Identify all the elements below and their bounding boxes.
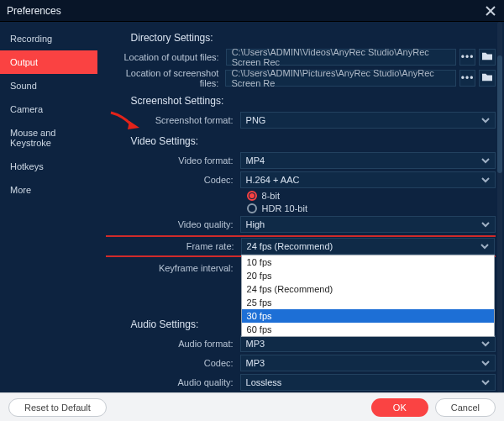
window-title: Preferences bbox=[7, 5, 484, 17]
audio-codec-select[interactable]: MP3 bbox=[240, 355, 496, 371]
ellipsis-icon: ••• bbox=[461, 73, 475, 83]
screenshot-path-label: Location of screenshot files: bbox=[106, 68, 226, 88]
frame-rate-option[interactable]: 30 fps bbox=[242, 309, 494, 323]
cancel-button[interactable]: Cancel bbox=[435, 398, 496, 417]
output-path-field[interactable]: C:\Users\ADMIN\Videos\AnyRec Studio\AnyR… bbox=[226, 49, 456, 66]
chevron-down-icon bbox=[481, 220, 490, 229]
sidebar: Recording Output Sound Camera Mouse and … bbox=[0, 22, 97, 392]
video-quality-select[interactable]: High bbox=[240, 216, 496, 233]
chevron-down-icon bbox=[481, 116, 490, 124]
sidebar-item-output[interactable]: Output bbox=[0, 50, 97, 74]
screenshot-path-open-folder-button[interactable] bbox=[479, 70, 496, 87]
keyframe-interval-label: Keyframe interval: bbox=[106, 263, 240, 273]
bit-depth-hdr-radio[interactable]: HDR 10-bit bbox=[247, 203, 496, 213]
audio-codec-label: Codec: bbox=[106, 358, 240, 368]
chevron-down-icon bbox=[481, 339, 490, 348]
folder-icon bbox=[481, 51, 493, 63]
frame-rate-select[interactable]: 24 fps (Recommend) bbox=[241, 238, 495, 255]
radio-off-icon bbox=[247, 203, 257, 213]
sidebar-item-mouse-keystroke[interactable]: Mouse and Keystroke bbox=[0, 121, 97, 155]
frame-rate-option[interactable]: 25 fps bbox=[242, 296, 494, 309]
chevron-down-icon bbox=[481, 378, 490, 387]
frame-rate-option[interactable]: 10 fps bbox=[242, 255, 494, 269]
output-path-browse-button[interactable]: ••• bbox=[459, 49, 476, 66]
frame-rate-dropdown: 10 fps 20 fps 24 fps (Recommend) 25 fps … bbox=[241, 255, 495, 337]
audio-format-label: Audio format: bbox=[106, 339, 240, 349]
section-title-video: Video Settings: bbox=[131, 135, 496, 147]
frame-rate-option[interactable]: 20 fps bbox=[242, 269, 494, 282]
reset-to-default-button[interactable]: Reset to Default bbox=[8, 398, 107, 417]
footer: Reset to Default OK Cancel bbox=[0, 392, 504, 421]
video-format-label: Video format: bbox=[106, 155, 240, 166]
section-title-screenshot: Screenshot Settings: bbox=[131, 95, 496, 107]
ellipsis-icon: ••• bbox=[461, 52, 475, 62]
chevron-down-icon bbox=[481, 359, 490, 367]
screenshot-path-browse-button[interactable]: ••• bbox=[459, 70, 476, 87]
chevron-down-icon bbox=[481, 156, 490, 165]
chevron-down-icon bbox=[481, 176, 490, 184]
frame-rate-option[interactable]: 24 fps (Recommend) bbox=[242, 282, 494, 296]
screenshot-path-field[interactable]: C:\Users\ADMIN\Pictures\AnyRec Studio\An… bbox=[225, 70, 455, 87]
bit-depth-8bit-radio[interactable]: 8-bit bbox=[247, 191, 496, 201]
audio-format-select[interactable]: MP3 bbox=[240, 335, 496, 352]
screenshot-format-label: Screenshot format: bbox=[106, 115, 240, 125]
output-path-open-folder-button[interactable] bbox=[479, 49, 496, 66]
folder-icon bbox=[481, 72, 493, 84]
screenshot-format-select[interactable]: PNG bbox=[240, 112, 496, 129]
sidebar-item-sound[interactable]: Sound bbox=[0, 74, 97, 97]
close-icon[interactable] bbox=[484, 4, 497, 18]
frame-rate-label: Frame rate: bbox=[107, 241, 241, 251]
video-quality-label: Video quality: bbox=[106, 219, 240, 229]
audio-quality-label: Audio quality: bbox=[106, 377, 240, 387]
sidebar-item-more[interactable]: More bbox=[0, 178, 97, 202]
sidebar-item-hotkeys[interactable]: Hotkeys bbox=[0, 155, 97, 178]
video-codec-select[interactable]: H.264 + AAC bbox=[240, 171, 496, 188]
sidebar-item-camera[interactable]: Camera bbox=[0, 97, 97, 121]
radio-on-icon bbox=[247, 191, 257, 201]
section-title-directory: Directory Settings: bbox=[131, 32, 496, 44]
ok-button[interactable]: OK bbox=[371, 398, 428, 417]
vertical-scrollbar[interactable] bbox=[497, 22, 502, 392]
titlebar: Preferences bbox=[0, 0, 504, 22]
chevron-down-icon bbox=[480, 242, 489, 250]
sidebar-item-recording[interactable]: Recording bbox=[0, 27, 97, 50]
output-path-label: Location of output files: bbox=[106, 52, 226, 62]
content-pane: Directory Settings: Location of output f… bbox=[97, 22, 504, 392]
frame-rate-option[interactable]: 60 fps bbox=[242, 323, 494, 336]
scrollbar-thumb[interactable] bbox=[497, 55, 502, 173]
video-format-select[interactable]: MP4 bbox=[240, 152, 496, 169]
video-codec-label: Codec: bbox=[106, 175, 240, 185]
audio-quality-select[interactable]: Lossless bbox=[240, 374, 496, 391]
